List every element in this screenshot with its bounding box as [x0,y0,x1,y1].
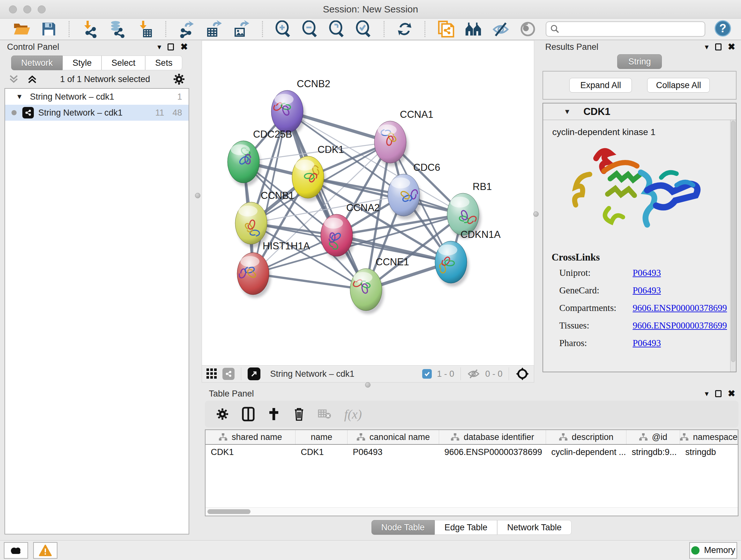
horizontal-splitter[interactable] [202,382,534,387]
panel-close-icon[interactable]: ✖ [728,43,735,51]
column-header[interactable]: name [295,430,347,444]
node-CDC6[interactable]: CDC6 [388,162,440,219]
export-image-icon[interactable] [232,20,251,38]
network-options-gear-icon[interactable] [173,73,185,85]
node-CCNB2[interactable]: CCNB2 [271,78,330,136]
tree-expander-icon[interactable]: ▼ [16,92,23,101]
show-all-icon[interactable] [519,20,536,38]
panel-close-icon[interactable]: ✖ [728,389,735,398]
tab-node-table[interactable]: Node Table [372,520,434,535]
add-column-icon[interactable] [267,407,280,422]
import-network-icon[interactable] [81,20,99,38]
close-window-button[interactable] [9,5,17,13]
panel-close-icon[interactable]: ✖ [180,43,188,51]
collection-name: String Network – cdk1 [30,92,114,102]
network-row[interactable]: String Network – cdk1 11 48 [5,105,189,121]
left-splitter[interactable] [194,40,202,540]
node-CDKN1A[interactable]: CDKN1A [435,229,501,287]
panel-menu-icon[interactable]: ▾ [704,43,709,51]
detach-view-icon[interactable] [248,368,260,380]
open-file-icon[interactable] [13,20,30,38]
column-header[interactable]: database identifier [439,430,546,444]
first-neighbors-icon[interactable] [464,20,482,38]
tab-network[interactable]: Network [11,56,63,70]
table-cell[interactable]: stringdb:9... [626,445,680,459]
search-input[interactable] [562,24,701,35]
column-header[interactable]: canonical name [347,430,439,444]
column-header[interactable]: namespace [680,430,738,444]
birds-eye-grid-icon[interactable] [206,368,217,379]
expand-all-networks-icon[interactable] [8,74,19,84]
table-horizontal-scrollbar[interactable] [205,507,738,516]
node-CCNE1[interactable]: CCNE1 [350,256,409,314]
network-canvas[interactable]: CCNB2CCNA1CDC25BCDK1CDC6RB1CCNB1CCNA2CDK… [202,40,534,366]
scrollbar-thumb[interactable] [207,509,251,514]
crosslink-link[interactable]: P06493 [632,285,661,296]
network-overview-icon[interactable] [222,368,234,380]
panel-float-icon[interactable] [715,390,722,397]
node-CDC25B[interactable]: CDC25B [227,129,292,186]
automation-cloud-button[interactable] [4,542,28,559]
memory-button[interactable]: Memory [689,542,737,559]
help-icon[interactable]: ? [714,20,731,38]
node-HIST1H1A[interactable]: HIST1H1A [237,240,310,298]
panel-menu-icon[interactable]: ▾ [704,390,709,397]
refresh-icon[interactable] [396,20,413,38]
panel-float-icon[interactable] [715,44,722,51]
section-expander-icon[interactable]: ▼ [563,108,570,116]
edge-CCNB2-CCNE1[interactable] [287,111,366,290]
table-row[interactable]: CDK1 CDK1 P06493 9606.ENSP00000378699 cy… [205,445,738,459]
splitter-handle[interactable] [195,193,200,198]
export-table-icon[interactable] [205,20,223,38]
warnings-button[interactable] [33,542,57,559]
zoom-in-icon[interactable] [274,20,292,38]
save-session-icon[interactable] [40,20,57,38]
table-cell[interactable]: cyclin-dependent ... [546,445,626,459]
fit-selection-crosshair-icon[interactable] [515,367,529,381]
tab-select[interactable]: Select [102,56,145,70]
selected-checkbox-icon[interactable] [422,369,432,379]
results-scrollbar[interactable] [730,120,736,372]
table-cell[interactable]: CDK1 [205,445,295,459]
export-network-icon[interactable] [178,20,196,38]
import-database-icon[interactable] [109,20,126,38]
zoom-out-icon[interactable] [301,20,319,38]
column-header[interactable]: shared name [205,430,295,444]
hide-selected-icon[interactable] [492,20,510,38]
network-collection-row[interactable]: ▼ String Network – cdk1 1 [5,89,189,105]
zoom-window-button[interactable] [38,5,46,13]
table-cell[interactable]: CDK1 [295,445,347,459]
panel-float-icon[interactable] [167,44,174,51]
table-cell[interactable]: P06493 [347,445,439,459]
crosslink-link[interactable]: 9606.ENSP00000378699 [632,303,727,313]
import-table-icon[interactable] [136,20,154,38]
expand-all-button[interactable]: Expand All [569,78,632,92]
duplicate-network-icon[interactable] [437,20,455,38]
column-header[interactable]: @id [626,430,680,444]
column-header[interactable]: description [546,430,626,444]
table-options-gear-icon[interactable] [216,408,229,421]
collapse-all-networks-icon[interactable] [27,74,38,84]
zoom-selected-icon[interactable] [355,20,372,38]
show-columns-icon[interactable] [242,407,255,422]
crosslink-link[interactable]: P06493 [632,338,661,348]
table-cell[interactable]: stringdb [680,445,738,459]
crosslink-link[interactable]: P06493 [632,267,661,278]
right-splitter[interactable] [534,40,538,387]
delete-column-icon[interactable] [293,407,305,422]
tab-network-table[interactable]: Network Table [497,520,571,535]
tab-sets[interactable]: Sets [145,56,182,70]
tab-style[interactable]: Style [63,56,102,70]
node-CCNA1[interactable]: CCNA1 [374,109,433,166]
splitter-handle[interactable] [365,382,370,388]
crosslink-row: Tissues: 9606.ENSP00000378699 [559,320,728,331]
panel-menu-icon[interactable]: ▾ [157,43,161,51]
node-CCNA2[interactable]: CCNA2 [321,202,380,260]
crosslink-link[interactable]: 9606.ENSP00000378699 [632,320,727,331]
zoom-fit-icon[interactable] [328,20,345,38]
minimize-window-button[interactable] [23,5,31,13]
tab-string[interactable]: String [617,54,662,69]
tab-edge-table[interactable]: Edge Table [434,520,497,535]
collapse-all-button[interactable]: Collapse All [647,78,710,92]
table-cell[interactable]: 9606.ENSP00000378699 [439,445,546,459]
